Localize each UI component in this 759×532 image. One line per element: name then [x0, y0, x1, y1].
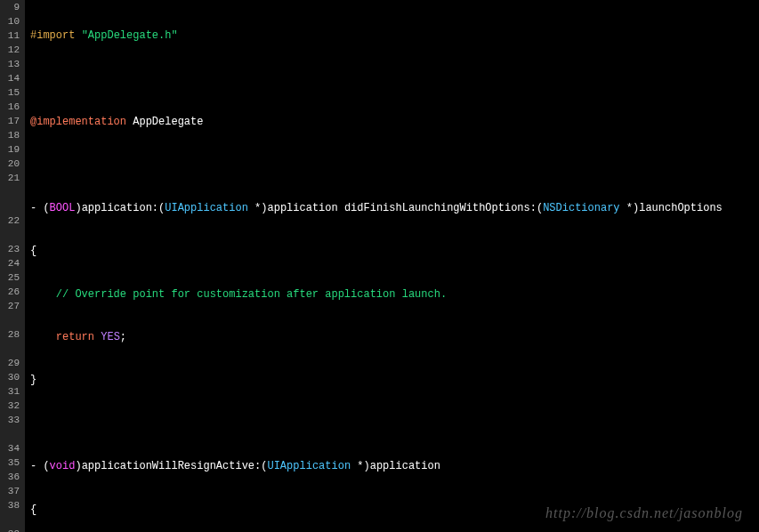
line-number: 33	[0, 413, 20, 441]
line-number: 29	[0, 356, 20, 370]
line-number: 19	[0, 142, 20, 157]
code-line	[30, 416, 759, 431]
line-number: 35	[0, 455, 20, 470]
code-line: - (BOOL)application:(UIApplication *)app…	[30, 201, 759, 215]
line-number: 11	[0, 28, 20, 43]
line-number: 39	[0, 527, 20, 532]
code-editor[interactable]: 9 10 11 12 13 14 15 16 17 18 19 20 21 22…	[0, 0, 759, 532]
line-number: 26	[0, 285, 20, 299]
code-line	[30, 158, 759, 173]
line-number: 12	[0, 43, 20, 57]
line-number: 34	[0, 441, 20, 455]
line-number: 27	[0, 299, 20, 327]
line-number: 24	[0, 256, 20, 270]
code-line: // Override point for customization afte…	[30, 287, 759, 302]
line-number: 28	[0, 327, 20, 356]
line-number: 14	[0, 71, 20, 85]
line-number: 38	[0, 498, 20, 527]
line-number: 17	[0, 114, 20, 128]
line-number: 36	[0, 470, 20, 484]
line-number: 15	[0, 85, 20, 100]
code-area[interactable]: #import "AppDelegate.h" @implementation …	[25, 0, 759, 532]
code-line: {	[30, 503, 759, 517]
code-line: {	[30, 244, 759, 258]
line-number: 20	[0, 157, 20, 171]
code-line: @implementation AppDelegate	[30, 115, 759, 129]
code-line: - (void)applicationWillResignActive:(UIA…	[30, 459, 759, 473]
line-number: 30	[0, 370, 20, 384]
line-number: 37	[0, 484, 20, 498]
line-number: 13	[0, 57, 20, 71]
line-number: 32	[0, 399, 20, 413]
line-number: 10	[0, 14, 20, 28]
line-number: 16	[0, 100, 20, 114]
code-line	[30, 72, 759, 86]
line-number: 21	[0, 171, 20, 214]
line-number: 18	[0, 128, 20, 142]
line-number-gutter: 9 10 11 12 13 14 15 16 17 18 19 20 21 22…	[0, 0, 25, 532]
code-line: }	[30, 373, 759, 387]
line-number: 23	[0, 242, 20, 256]
line-number: 9	[0, 0, 20, 14]
code-line: return YES;	[30, 330, 759, 344]
code-line: #import "AppDelegate.h"	[30, 28, 759, 43]
line-number: 25	[0, 270, 20, 285]
line-number: 31	[0, 384, 20, 399]
line-number: 22	[0, 214, 20, 242]
